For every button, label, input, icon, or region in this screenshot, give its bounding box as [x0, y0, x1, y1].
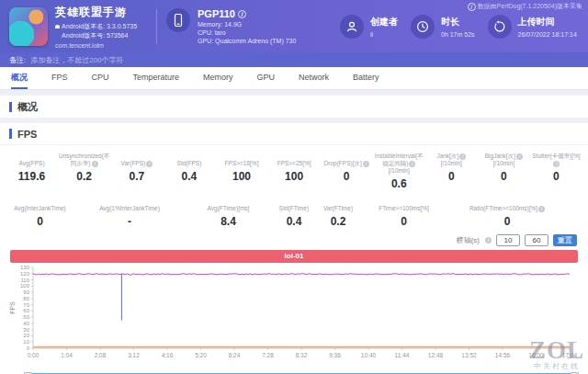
info-icon[interactable]: i [363, 161, 369, 167]
info-icon[interactable]: i [409, 161, 415, 167]
app-title: 英雄联盟手游 [55, 5, 147, 20]
metric-cell: Avg(FTime)[ms]8.4 [185, 196, 272, 230]
section-accent-bar [9, 102, 12, 112]
tab-temperature[interactable]: Temperature [133, 67, 180, 89]
upload-time-label: 上传时间 [518, 16, 577, 28]
tab-fps[interactable]: FPS [51, 67, 68, 89]
svg-text:14:56: 14:56 [495, 352, 511, 358]
duration-value: 0h 17m 52s [441, 31, 475, 38]
svg-text:40: 40 [23, 321, 29, 326]
metric-value: 0.6 [374, 177, 424, 190]
fps-chart[interactable]: 0102030405060708090100110120130FPS0:001:… [0, 264, 588, 370]
svg-text:6:24: 6:24 [229, 352, 241, 358]
device-memory: Memory: 14.9G [198, 21, 296, 28]
svg-text:50: 50 [23, 314, 29, 320]
metric-value: 0 [479, 170, 529, 183]
metric-cell: Avg(1%InterJankTime)- [74, 196, 185, 230]
info-icon[interactable]: i [516, 153, 523, 160]
info-icon[interactable]: i [92, 161, 98, 167]
upload-time-value: 26/07/2022 18:17:14 [518, 31, 577, 38]
metric-value: 100 [216, 170, 266, 183]
tab-network[interactable]: Network [299, 67, 329, 89]
svg-text:1:04: 1:04 [61, 352, 73, 358]
duration-icon [411, 15, 435, 39]
metric-cell: Std(FPS)0.4 [163, 151, 215, 192]
tab-概况[interactable]: 概况 [11, 67, 28, 89]
metric-value: 0.2 [317, 215, 359, 228]
metric-value: 0 [361, 215, 447, 228]
window-10s-button[interactable]: 10 [496, 234, 520, 246]
metric-cell: Var(FPS)i0.7 [110, 151, 163, 192]
tab-memory[interactable]: Memory [203, 67, 233, 89]
device-info-icon[interactable]: i [238, 10, 246, 18]
metric-cell: Var(FTime)0.2 [316, 196, 360, 230]
fps-card: FPS Avg(FPS)119.6Unsynchronized(不同步率)i0.… [0, 123, 588, 374]
metric-value: 0 [448, 215, 566, 228]
svg-text:80: 80 [23, 296, 29, 301]
creator-value: ii [370, 31, 398, 38]
note-input-row[interactable]: 备注: 添加备注，不超过200个字符 [0, 52, 588, 67]
metric-value: 0.4 [164, 170, 214, 183]
report-tab-bar: 概况FPSCPUTemperatureMemoryGPUNetworkBatte… [0, 67, 588, 90]
note-placeholder: 添加备注，不超过200个字符 [30, 55, 123, 65]
app-package: com.tencent.lolm [55, 42, 147, 49]
device-cpu: CPU: taro [198, 29, 296, 36]
metric-cell: FTime>=100ms[%]0 [360, 196, 447, 230]
device-gpu: GPU: Qualcomm Adreno (TM) 730 [198, 38, 296, 44]
session-label-bar: lol-01 [10, 250, 578, 263]
svg-text:7:28: 7:28 [262, 352, 274, 358]
svg-text:2:08: 2:08 [95, 352, 107, 358]
tab-cpu[interactable]: CPU [92, 67, 109, 89]
device-name: PGP110 [198, 8, 235, 19]
svg-text:0:00: 0:00 [28, 352, 40, 358]
svg-text:4:16: 4:16 [162, 352, 174, 358]
metric-value: 0 [6, 215, 74, 228]
metric-cell: Jank[次]i[/10min]0 [425, 151, 478, 192]
reset-zoom-button[interactable]: 重置 [553, 234, 577, 246]
metric-cell: Avg(InterJankTime)0 [6, 196, 74, 230]
svg-text:12:48: 12:48 [428, 352, 444, 358]
svg-text:8:32: 8:32 [296, 352, 308, 358]
section-accent-bar [9, 129, 12, 139]
fps-section-title: FPS [17, 129, 37, 140]
svg-text:5:20: 5:20 [195, 352, 207, 358]
creator-label: 创建者 [370, 16, 398, 28]
overview-section-title: 概况 [17, 100, 38, 114]
tab-gpu[interactable]: GPU [257, 67, 276, 89]
metric-cell: Stutter(卡顿率)[%]i0 [530, 151, 582, 192]
app-icon [9, 7, 48, 46]
metric-cell: Std(FTime)0.4 [272, 196, 316, 230]
metric-cell: Drop(FPS)[次]i0 [321, 151, 373, 192]
window-60s-button[interactable]: 60 [525, 234, 548, 246]
note-label: 备注: [9, 55, 26, 65]
metric-cell: Ratio(FTime>=100ms)[%]i0 [447, 196, 567, 230]
metric-value: 0.4 [273, 215, 315, 228]
x-axis-window-label: 横轴(s) [457, 235, 480, 245]
metric-value: 0 [426, 170, 477, 183]
svg-text:FPS: FPS [9, 301, 16, 314]
metric-cell: FPS>=18[%]100 [215, 151, 267, 192]
metric-value: 8.4 [186, 215, 271, 228]
metric-value: 0.2 [59, 170, 109, 183]
tab-battery[interactable]: Battery [353, 67, 379, 89]
phone-icon [166, 8, 190, 32]
svg-text:120: 120 [20, 271, 30, 277]
overview-card: 概况 [0, 96, 588, 118]
metric-cell: Avg(FPS)119.6 [6, 151, 58, 192]
metric-value: 100 [269, 170, 320, 183]
svg-text:3:12: 3:12 [128, 352, 140, 358]
info-icon[interactable]: i [538, 206, 545, 212]
info-icon[interactable]: i [146, 161, 153, 167]
report-header: i 数据由PerfDog(7.1.220504)版本采集 英雄联盟手游 Andr… [0, 0, 588, 52]
info-icon[interactable]: i [485, 237, 492, 244]
duration-label: 时长 [441, 16, 475, 28]
svg-text:17:04: 17:04 [562, 352, 578, 358]
svg-text:0: 0 [27, 346, 30, 351]
app-version-name: Android版本名: 3.3.0.5735 [62, 22, 137, 31]
info-icon[interactable]: i [553, 161, 560, 167]
perfdog-version-text: 数据由PerfDog(7.1.220504)版本采集 [478, 2, 582, 11]
metric-cell: FPS>=25[%]100 [268, 151, 321, 192]
info-icon[interactable]: i [459, 153, 466, 160]
android-icon [55, 25, 60, 28]
metric-value: 119.6 [6, 170, 57, 183]
